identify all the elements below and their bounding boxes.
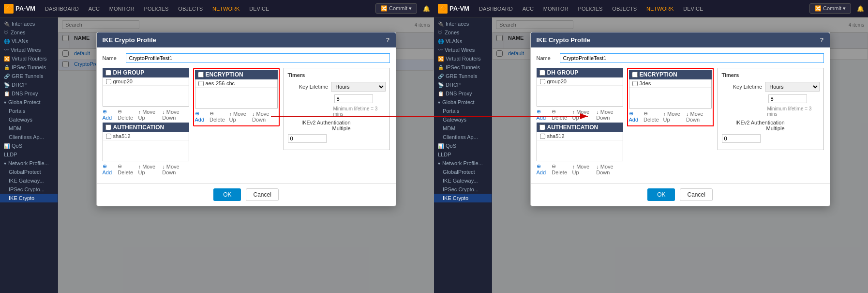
right-lifetime-number-input[interactable]	[768, 94, 807, 103]
right-nav-dashboard[interactable]: DASHBOARD	[475, 4, 517, 14]
right-ok-button[interactable]: OK	[647, 188, 675, 201]
right-sidebar-clientless[interactable]: Clientless Ap...	[434, 133, 492, 141]
sidebar-item-globalprotect[interactable]: ▾ GlobalProtect	[0, 98, 58, 107]
left-enc-aes256-check[interactable]	[198, 81, 204, 86]
right-dh-delete[interactable]: ⊖ Delete	[552, 108, 569, 121]
left-nav-device[interactable]: DEVICE	[245, 4, 273, 14]
sidebar-item-clientless[interactable]: Clientless Ap...	[0, 133, 58, 141]
right-sidebar-ipsec-crypto[interactable]: IPSec Crypto...	[434, 185, 492, 194]
sidebar-item-qos[interactable]: 📊 QoS	[0, 141, 58, 150]
sidebar-item-zones[interactable]: 🛡 Zones	[0, 28, 58, 37]
right-auth-movedown[interactable]: ↓ Move Down	[596, 164, 623, 175]
right-auth-delete[interactable]: ⊖ Delete	[552, 163, 569, 175]
left-nav-monitor[interactable]: MONITOR	[105, 4, 138, 14]
sidebar-item-lldp[interactable]: LLDP	[0, 150, 58, 159]
right-ikev2-input[interactable]	[722, 134, 761, 143]
right-sidebar-ike-gw[interactable]: IKE Gateway...	[434, 176, 492, 185]
right-dh-group20-check[interactable]	[540, 79, 545, 84]
left-enc-checkbox[interactable]	[198, 72, 204, 77]
left-nav-acc[interactable]: ACC	[85, 4, 104, 14]
right-auth-sha512-check[interactable]	[540, 134, 545, 139]
left-bell-icon[interactable]: 🔔	[423, 5, 430, 12]
right-name-input[interactable]	[560, 53, 824, 63]
right-dh-movedown[interactable]: ↓ Move Down	[596, 109, 623, 121]
sidebar-item-portals[interactable]: Portals	[0, 107, 58, 115]
sidebar-item-virtualrouters[interactable]: 🔀 Virtual Routers	[0, 54, 58, 63]
right-nav-acc[interactable]: ACC	[519, 4, 538, 14]
sidebar-item-ipsec[interactable]: 🔒 IPSec Tunnels	[0, 63, 58, 72]
right-nav-device[interactable]: DEVICE	[679, 4, 707, 14]
right-sidebar-ike-crypto[interactable]: IKE Crypto	[434, 194, 492, 202]
right-sidebar-gateways[interactable]: Gateways	[434, 115, 492, 124]
right-modal-help[interactable]: ?	[820, 36, 824, 44]
left-enc-add[interactable]: ⊕ Add	[195, 110, 207, 123]
sidebar-item-mdm[interactable]: MDM	[0, 124, 58, 133]
sidebar-item-ipsec-crypto[interactable]: IPSec Crypto...	[0, 185, 58, 194]
sidebar-item-vlans[interactable]: 🌐 VLANs	[0, 37, 58, 46]
left-dh-checkbox[interactable]	[105, 70, 111, 76]
left-nav-objects[interactable]: OBJECTS	[174, 4, 207, 14]
left-auth-delete[interactable]: ⊖ Delete	[118, 163, 135, 175]
right-sidebar-virtualwires[interactable]: 〰 Virtual Wires	[434, 46, 492, 54]
right-sidebar-virtualrouters[interactable]: 🔀 Virtual Routers	[434, 54, 492, 63]
left-dh-add[interactable]: ⊕ Add	[103, 108, 115, 121]
left-auth-add[interactable]: ⊕ Add	[103, 163, 115, 175]
right-enc-delete[interactable]: ⊖ Delete	[644, 110, 660, 123]
left-auth-moveup[interactable]: ↑ Move Up	[138, 164, 160, 175]
sidebar-item-interfaces[interactable]: 🔌 Interfaces	[0, 19, 58, 28]
right-nav-objects[interactable]: OBJECTS	[608, 4, 641, 14]
left-ok-button[interactable]: OK	[213, 188, 241, 201]
right-dh-checkbox[interactable]	[539, 70, 545, 76]
right-sidebar-networkprofiles[interactable]: ▾ Network Profile...	[434, 159, 492, 168]
sidebar-item-gre[interactable]: 🔗 GRE Tunnels	[0, 72, 58, 80]
right-dh-add[interactable]: ⊕ Add	[537, 108, 549, 121]
right-sidebar-globalprotect[interactable]: ▾ GlobalProtect	[434, 98, 492, 107]
sidebar-item-gateways[interactable]: Gateways	[0, 115, 58, 124]
left-dh-delete[interactable]: ⊖ Delete	[118, 108, 135, 121]
left-auth-movedown[interactable]: ↓ Move Down	[162, 164, 189, 175]
left-nav-policies[interactable]: POLICIES	[140, 4, 173, 14]
sidebar-item-virtualwires[interactable]: 〰 Virtual Wires	[0, 46, 58, 54]
left-dh-moveup[interactable]: ↑ Move Up	[138, 109, 160, 121]
right-sidebar-lldp[interactable]: LLDP	[434, 150, 492, 159]
right-sidebar-dhcp[interactable]: 📡 DHCP	[434, 80, 492, 89]
left-nav-network[interactable]: NETWORK	[209, 4, 243, 14]
left-auth-sha512-check[interactable]	[106, 134, 111, 139]
left-auth-checkbox[interactable]	[105, 124, 111, 130]
right-dh-moveup[interactable]: ↑ Move Up	[572, 109, 594, 121]
right-auth-add[interactable]: ⊕ Add	[537, 163, 549, 175]
right-nav-monitor[interactable]: MONITOR	[539, 4, 572, 14]
left-nav-dashboard[interactable]: DASHBOARD	[41, 4, 83, 14]
left-cancel-button[interactable]: Cancel	[246, 188, 278, 201]
right-enc-3des-check[interactable]	[632, 81, 638, 86]
right-sidebar-interfaces[interactable]: 🔌 Interfaces	[434, 19, 492, 28]
right-sidebar-gre[interactable]: 🔗 GRE Tunnels	[434, 72, 492, 80]
left-enc-delete[interactable]: ⊖ Delete	[210, 110, 226, 123]
right-enc-checkbox[interactable]	[632, 72, 638, 77]
sidebar-item-gp-profile[interactable]: GlobalProtect	[0, 168, 58, 176]
sidebar-item-dnsproxy[interactable]: 📋 DNS Proxy	[0, 89, 58, 98]
right-nav-network[interactable]: NETWORK	[643, 4, 677, 14]
right-enc-movedown[interactable]: ↓ Move Down	[686, 111, 712, 123]
sidebar-item-networkprofiles[interactable]: ▾ Network Profile...	[0, 159, 58, 168]
left-modal-help[interactable]: ?	[386, 36, 390, 44]
right-sidebar-qos[interactable]: 📊 QoS	[434, 141, 492, 150]
right-enc-add[interactable]: ⊕ Add	[629, 110, 641, 123]
left-dh-movedown[interactable]: ↓ Move Down	[162, 109, 189, 121]
left-name-input[interactable]	[126, 53, 390, 63]
left-enc-moveup[interactable]: ↑ Move Up	[229, 111, 249, 123]
left-commit-button[interactable]: 🔀 Commit ▾	[375, 3, 417, 14]
right-sidebar-dnsproxy[interactable]: 📋 DNS Proxy	[434, 89, 492, 98]
right-sidebar-mdm[interactable]: MDM	[434, 124, 492, 133]
right-sidebar-vlans[interactable]: 🌐 VLANs	[434, 37, 492, 46]
right-enc-moveup[interactable]: ↑ Move Up	[663, 111, 683, 123]
right-bell-icon[interactable]: 🔔	[857, 5, 864, 12]
left-key-lifetime-select[interactable]: Hours Minutes Days	[331, 82, 385, 92]
right-sidebar-ipsec[interactable]: 🔒 IPSec Tunnels	[434, 63, 492, 72]
right-auth-checkbox[interactable]	[539, 124, 545, 130]
right-sidebar-gp-profile[interactable]: GlobalProtect	[434, 168, 492, 176]
right-cancel-button[interactable]: Cancel	[680, 188, 712, 201]
left-lifetime-number-input[interactable]	[334, 94, 373, 103]
right-sidebar-portals[interactable]: Portals	[434, 107, 492, 115]
right-sidebar-zones[interactable]: 🛡 Zones	[434, 28, 492, 37]
